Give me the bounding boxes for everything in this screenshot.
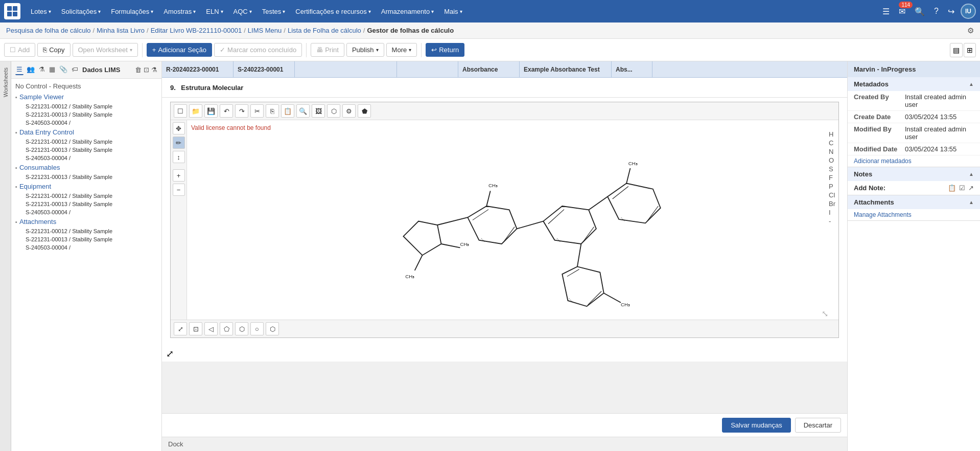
mol-paste-icon[interactable]: 📋 <box>281 104 294 118</box>
tree-item[interactable]: S-221231-00012 / Stability Sample <box>11 138 161 146</box>
element-Br[interactable]: Br <box>829 200 835 208</box>
tree-item[interactable]: S-240503-00004 / <box>11 208 161 216</box>
nav-eln[interactable]: ELN ▾ <box>202 6 227 17</box>
zoom-in-tool[interactable]: + <box>173 169 185 182</box>
tree-section-equipment[interactable]: ▪ Equipment <box>11 181 161 192</box>
circle-shape-icon[interactable]: ○ <box>250 322 264 335</box>
nav-testes[interactable]: Testes ▾ <box>258 6 290 17</box>
nav-certificacoes[interactable]: Certificações e recursos ▾ <box>291 6 375 17</box>
octagon-icon[interactable]: ⬡ <box>266 322 279 335</box>
nav-amostras[interactable]: Amostras ▾ <box>159 6 200 17</box>
draw-tool[interactable]: ✏ <box>173 137 185 149</box>
hexagon-icon[interactable]: ⬡ <box>235 322 248 335</box>
tree-item[interactable]: S-221231-00013 / Stability Sample <box>11 110 161 119</box>
zoom-out-tool[interactable]: − <box>173 184 185 196</box>
hamburger-menu-icon[interactable]: ☰ <box>879 5 893 18</box>
rp-metadata-header[interactable]: Metadados ▲ <box>848 77 980 91</box>
eraser-tool[interactable]: ↕ <box>173 151 185 163</box>
panel-split-icon[interactable]: ⊡ <box>144 66 149 74</box>
mail-badge-container[interactable]: ✉ 114 <box>896 5 908 18</box>
nav-armazenamento[interactable]: Armazenamento ▾ <box>377 6 438 17</box>
tree-item[interactable]: S-240503-00004 / <box>11 243 161 252</box>
paperclip-icon[interactable]: 📎 <box>58 64 68 75</box>
add-metadata-link[interactable]: Adicionar metadados <box>848 155 980 167</box>
nav-formulacoes[interactable]: Formulações ▾ <box>107 6 157 17</box>
mol-undo-icon[interactable]: ↶ <box>220 104 233 118</box>
mol-canvas[interactable]: ✥ ✏ ↕ + − Valid license cannot be found <box>171 120 838 320</box>
trash-icon[interactable]: 🗑 <box>135 66 142 74</box>
rp-notes-header[interactable]: Notes ▲ <box>848 167 980 181</box>
search-icon[interactable]: 🔍 <box>912 5 928 18</box>
note-external-icon[interactable]: ↗ <box>968 184 974 192</box>
element-H[interactable]: H <box>829 130 835 138</box>
more-button[interactable]: More ▾ <box>386 43 417 57</box>
publish-button[interactable]: Publish ▾ <box>346 43 384 57</box>
mol-open-icon[interactable]: 📁 <box>189 104 202 118</box>
element-S[interactable]: S <box>829 165 835 173</box>
copy-button[interactable]: ⎘ Copy <box>37 43 70 57</box>
mol-copy-icon[interactable]: ⎘ <box>266 104 279 118</box>
grid-icon[interactable]: ▦ <box>48 64 56 75</box>
element-N[interactable]: N <box>829 148 835 155</box>
settings-icon[interactable]: ⚙ <box>967 26 974 35</box>
exit-icon[interactable]: ↪ <box>945 5 958 18</box>
tree-section-consumables[interactable]: ▪ Consumables <box>11 162 161 173</box>
tree-item[interactable]: S-221231-00012 / Stability Sample <box>11 102 161 110</box>
mark-complete-button[interactable]: ✓ Marcar como concluído <box>214 43 302 57</box>
pentagon-icon[interactable]: ⬠ <box>220 322 233 335</box>
save-changes-button[interactable]: Salvar mudanças <box>722 418 790 433</box>
panel-settings-icon[interactable]: ⚗ <box>151 66 157 74</box>
mol-cut-icon[interactable]: ✂ <box>250 104 264 118</box>
mol-save-icon[interactable]: 💾 <box>204 104 218 118</box>
mol-info-icon[interactable]: ⬟ <box>358 104 371 118</box>
note-add-icon[interactable]: 📋 <box>948 184 956 192</box>
element-O[interactable]: O <box>829 156 835 164</box>
tree-section-attachments[interactable]: ▪ Attachments <box>11 216 161 227</box>
tree-item[interactable]: S-221231-00013 / Stability Sample <box>11 200 161 208</box>
tree-item[interactable]: S-221231-00013 / Stability Sample <box>11 146 161 154</box>
breadcrumb-editar-livro[interactable]: Editar Livro WB-221110-00001 <box>151 27 242 34</box>
print-button[interactable]: 🖶 Print <box>311 43 344 57</box>
element-Cl[interactable]: Cl <box>829 191 835 199</box>
breadcrumb-minha-lista[interactable]: Minha lista Livro <box>97 27 145 34</box>
add-button[interactable]: ☐ Add <box>4 43 35 57</box>
nav-lotes[interactable]: Lotes ▾ <box>27 6 55 17</box>
panel-view-icon[interactable]: ▤ <box>950 43 963 57</box>
rp-attachments-header[interactable]: Attachments ▲ <box>848 195 980 209</box>
tree-item[interactable]: S-240503-00004 / <box>11 154 161 162</box>
app-logo[interactable] <box>4 3 20 19</box>
tree-item[interactable]: S-221231-00012 / Stability Sample <box>11 192 161 200</box>
element-I[interactable]: I <box>829 209 835 216</box>
nav-aqc[interactable]: AQC ▾ <box>229 6 256 17</box>
lasso-icon[interactable]: ⊡ <box>189 322 202 335</box>
breadcrumb-pesquisa[interactable]: Pesquisa de folha de cálculo <box>6 27 91 34</box>
nav-mais[interactable]: Mais ▾ <box>440 6 466 17</box>
element-dash[interactable]: - <box>829 217 835 225</box>
expand-icon[interactable]: ⤢ <box>174 322 187 335</box>
tree-item[interactable]: S-221231-00012 / Stability Sample <box>11 227 161 235</box>
mol-image-icon[interactable]: 🖼 <box>312 104 325 118</box>
molecule-editor[interactable]: ☐ 📁 💾 ↶ ↷ ✂ ⎘ 📋 🔍 🖼 ⬡ ⚙ ⬟ <box>170 102 839 338</box>
tag-icon[interactable]: 🏷 <box>71 64 79 75</box>
tree-item[interactable]: S-240503-00004 / <box>11 119 161 127</box>
add-section-button[interactable]: + Adicionar Seção <box>147 43 212 57</box>
breadcrumb-lista-folha[interactable]: Lista de Folha de cálculo <box>288 27 361 34</box>
list-icon[interactable]: ☰ <box>15 64 24 75</box>
element-C[interactable]: C <box>829 139 835 147</box>
help-icon[interactable]: ? <box>931 5 942 18</box>
tree-item[interactable]: S-221231-00013 / Stability Sample <box>11 235 161 243</box>
worksheets-tab[interactable]: Worksheets <box>2 63 10 101</box>
mol-new-icon[interactable]: ☐ <box>174 104 187 118</box>
tree-section-data-entry[interactable]: ▪ Data Entry Control <box>11 127 161 138</box>
manage-attachments-link[interactable]: Manage Attachments <box>848 209 980 220</box>
element-F[interactable]: F <box>829 174 835 182</box>
mol-settings-icon[interactable]: ⚙ <box>342 104 356 118</box>
flask-icon[interactable]: ⚗ <box>38 64 46 75</box>
mol-redo-icon[interactable]: ↷ <box>235 104 248 118</box>
breadcrumb-lims-menu[interactable]: LIMS Menu <box>248 27 282 34</box>
users-icon[interactable]: 👥 <box>26 64 36 75</box>
tree-item[interactable]: S-221231-00013 / Stability Sample <box>11 173 161 181</box>
fullscreen-icon[interactable]: ⤢ <box>166 348 174 359</box>
tree-section-sample-viewer[interactable]: ▪ Sample Viewer <box>11 92 161 102</box>
grid-view-icon[interactable]: ⊞ <box>964 43 976 57</box>
